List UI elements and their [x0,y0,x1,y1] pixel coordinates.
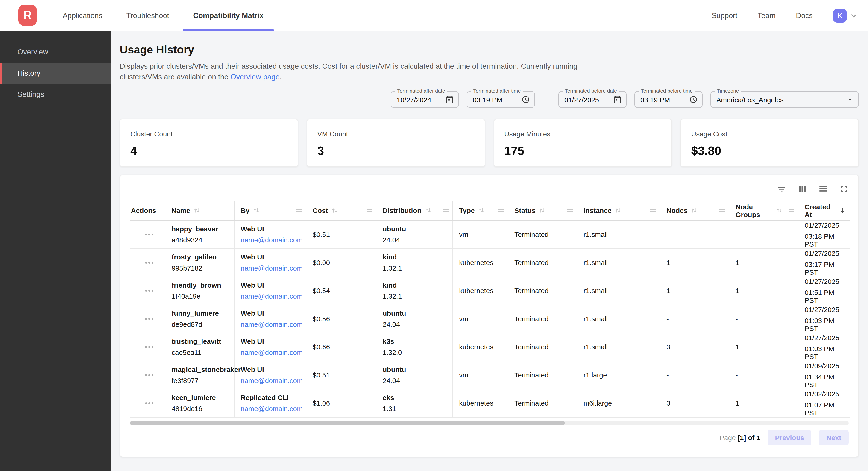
row-actions-menu-icon[interactable] [136,290,162,292]
cluster-id: cae5ea11 [172,348,231,356]
cluster-id: fe3f8977 [172,377,231,384]
stat-card-usage-minutes: Usage Minutes 175 [494,119,672,167]
nav-tab-compatibility-matrix[interactable]: Compatibility Matrix [181,0,276,31]
column-label: Actions [131,207,156,214]
column-header-distribution[interactable]: Distribution [376,201,453,220]
cluster-id: de9ed87d [172,320,231,328]
dropdown-caret-icon[interactable] [846,96,854,103]
field-label: Terminated after time [471,88,523,93]
actions-cell [130,248,165,276]
horizontal-scrollbar-thumb[interactable] [130,420,565,425]
row-actions-menu-icon[interactable] [136,402,162,404]
calendar-icon[interactable] [613,95,621,104]
column-menu-icon[interactable] [442,208,448,214]
density-icon[interactable] [818,184,828,194]
column-menu-icon[interactable] [719,208,725,214]
created-by-email-link[interactable]: name@domain.com [241,236,303,244]
terminated-after-date-field[interactable]: Terminated after date 10/27/2024 [391,91,459,108]
column-menu-icon[interactable] [296,208,302,214]
created-by-email-link[interactable]: name@domain.com [241,405,303,412]
actions-cell [130,305,165,333]
sort-arrows-icon[interactable] [425,207,431,214]
created-by-email-link[interactable]: name@domain.com [241,348,303,356]
sort-arrows-icon[interactable] [478,207,485,214]
row-actions-menu-icon[interactable] [136,318,162,320]
calendar-icon[interactable] [445,95,454,104]
terminated-before-time-field[interactable]: Terminated before time 03:19 PM [634,91,703,108]
sort-arrows-icon[interactable] [539,207,546,214]
column-menu-icon[interactable] [366,208,372,214]
type-cell: kubernetes [453,248,508,276]
column-header-instance[interactable]: Instance [577,201,660,220]
nav-tab-applications[interactable]: Applications [51,0,115,31]
sidebar-item-overview[interactable]: Overview [0,41,111,63]
column-menu-icon[interactable] [567,208,573,214]
column-menu-icon[interactable] [498,208,504,214]
nav-tab-troubleshoot[interactable]: Troubleshoot [115,0,181,31]
overview-page-link[interactable]: Overview page [230,73,279,81]
sort-arrows-icon[interactable] [615,207,622,214]
row-actions-menu-icon[interactable] [136,374,162,376]
row-actions-menu-icon[interactable] [136,262,162,263]
stat-card-vm-count: VM Count 3 [307,119,485,167]
timezone-select[interactable]: Timezone America/Los_Angeles [710,91,859,108]
next-page-button[interactable]: Next [819,430,849,445]
created-by-email-link[interactable]: name@domain.com [241,264,303,272]
created-by-email-link[interactable]: name@domain.com [241,320,303,328]
table-row: keen_lumiere4819de16Replicated CLIname@d… [130,389,849,417]
avatar[interactable]: K [833,8,847,22]
column-header-status[interactable]: Status [508,201,577,220]
cluster-name: frosty_galileo [172,253,231,261]
chevron-down-icon[interactable] [849,11,858,20]
sort-arrows-icon[interactable] [253,207,259,214]
nav-link-team[interactable]: Team [758,11,776,20]
clock-icon[interactable] [522,95,530,104]
instance-cell: r1.large [577,361,660,389]
name-cell: friendly_brown1f40a19e [165,276,234,305]
column-menu-icon[interactable] [650,208,656,214]
nodes-cell: - [660,305,729,333]
terminated-after-time-field[interactable]: Terminated after time 03:19 PM [467,91,535,108]
sort-arrows-icon[interactable] [777,207,782,214]
column-label: Name [172,207,190,214]
sort-desc-icon[interactable] [839,207,846,214]
row-actions-menu-icon[interactable] [136,346,162,348]
field-label: Terminated after date [395,88,447,93]
sort-arrows-icon[interactable] [193,207,200,214]
node-groups-cell: - [729,305,798,333]
distribution-version: 1.32.1 [383,292,450,300]
status-cell: Terminated [508,389,577,417]
sort-arrows-icon[interactable] [331,207,338,214]
created-by-source: Replicated CLI [241,393,303,402]
sidebar-item-history[interactable]: History [0,63,111,84]
nav-link-support[interactable]: Support [712,11,737,20]
sidebar-item-settings[interactable]: Settings [0,84,111,105]
actions-cell [130,220,165,248]
user-menu[interactable]: K [833,8,858,22]
status-cell: Terminated [508,248,577,276]
replicated-logo[interactable]: R [19,5,37,26]
column-header-created-at[interactable]: Created At [798,201,849,220]
created-by-email-link[interactable]: name@domain.com [241,377,303,384]
row-actions-menu-icon[interactable] [136,233,162,235]
column-header-by[interactable]: By [234,201,306,220]
created-time: 01:07 PM PST [805,401,847,416]
column-menu-icon[interactable] [789,208,794,214]
horizontal-scrollbar-track[interactable] [130,420,849,425]
column-header-name[interactable]: Name [165,201,234,220]
fullscreen-icon[interactable] [839,184,849,194]
sort-arrows-icon[interactable] [691,207,698,214]
created-at-cell: 01/02/202501:07 PM PST [798,389,849,417]
column-header-cost[interactable]: Cost [306,201,376,220]
terminated-before-date-field[interactable]: Terminated before date 01/27/2025 [558,91,627,108]
nav-link-docs[interactable]: Docs [796,11,813,20]
column-header-nodes[interactable]: Nodes [660,201,729,220]
filter-icon[interactable] [777,184,786,194]
created-by-email-link[interactable]: name@domain.com [241,292,303,300]
previous-page-button[interactable]: Previous [768,430,812,445]
column-header-type[interactable]: Type [453,201,508,220]
created-date: 01/02/2025 [805,390,847,398]
clock-icon[interactable] [689,95,698,104]
columns-icon[interactable] [798,184,807,194]
column-header-node-groups[interactable]: Node Groups [729,201,798,220]
